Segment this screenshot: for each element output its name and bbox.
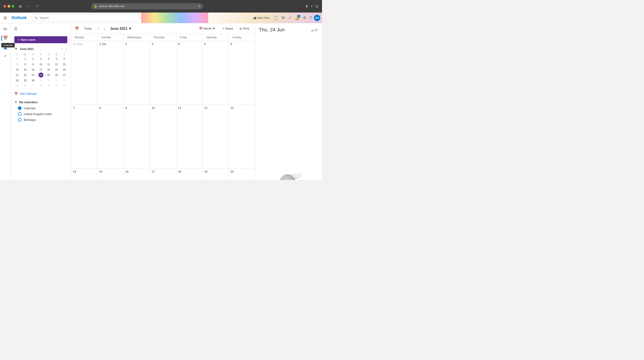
cal-cell-jun5[interactable]: 5: [202, 41, 228, 105]
calendar-checkbox-birthdays[interactable]: [18, 118, 22, 122]
maximize-dot[interactable]: [12, 5, 14, 8]
cal-cell-jun13[interactable]: 13: [229, 105, 255, 168]
settings-icon[interactable]: ⚙: [302, 14, 308, 21]
mini-cal-day[interactable]: 10: [38, 62, 44, 67]
browser-extensions-icon[interactable]: ⊡: [316, 4, 318, 9]
mini-cal-day[interactable]: 27: [62, 73, 67, 77]
mini-cal-day[interactable]: 3: [38, 56, 44, 61]
share-button[interactable]: ↗ Share: [220, 26, 236, 32]
mini-cal-day[interactable]: 7: [31, 83, 36, 88]
cal-cell-jun2[interactable]: 2: [124, 41, 150, 105]
mini-cal-next-button[interactable]: ↓: [65, 47, 68, 51]
mini-cal-day[interactable]: 9: [46, 83, 51, 88]
calendar-checkbox-calendar[interactable]: [18, 106, 22, 110]
browser-sidebar-icon[interactable]: ⊞: [19, 4, 22, 9]
cal-cell-jun15[interactable]: 15: [97, 168, 124, 180]
mini-cal-day[interactable]: 21: [15, 73, 20, 77]
mini-cal-day[interactable]: 22: [23, 73, 28, 77]
app-grid-icon[interactable]: ⊞: [2, 14, 9, 22]
mini-cal-day[interactable]: 8: [23, 62, 28, 67]
mini-cal-day[interactable]: 6: [23, 83, 28, 88]
cal-cell-jun19[interactable]: 19: [202, 168, 228, 180]
browser-back-icon[interactable]: ‹: [26, 4, 27, 8]
calendar-month-year[interactable]: June 2021 ▼: [108, 26, 134, 32]
mini-cal-day[interactable]: 1: [23, 56, 28, 61]
sidebar-item-tasks[interactable]: ✓: [1, 52, 10, 60]
my-calendars-header[interactable]: ▼ My calendars: [11, 99, 71, 105]
mini-cal-day[interactable]: 20: [62, 67, 67, 72]
close-dot[interactable]: [4, 5, 6, 8]
calendar-checkbox-uk[interactable]: [18, 112, 22, 116]
cal-cell-jun10[interactable]: 10: [150, 105, 176, 168]
calendar-item-birthdays[interactable]: Birthdays: [11, 117, 71, 123]
mini-cal-day[interactable]: 11: [46, 62, 51, 67]
cal-cell-jun3[interactable]: 3: [150, 41, 176, 105]
mini-cal-day[interactable]: 28: [15, 78, 20, 83]
calendar-item-calendar[interactable]: Calendar: [11, 105, 71, 111]
mini-cal-day[interactable]: 14: [15, 67, 20, 72]
mini-cal-day[interactable]: 4: [62, 78, 67, 83]
add-calendar-button[interactable]: 📅 Add calendar: [11, 90, 71, 97]
cal-cell-jun1[interactable]: 1 Jun: [97, 41, 124, 105]
mini-cal-day[interactable]: 18: [46, 67, 51, 72]
cal-cell-jun14[interactable]: 14: [71, 168, 97, 180]
mini-cal-day[interactable]: 13: [62, 62, 67, 67]
mini-cal-day-today[interactable]: 24: [38, 73, 44, 77]
cal-cell-jun16[interactable]: 16: [124, 168, 150, 180]
cal-cell-jun4[interactable]: 4: [176, 41, 202, 105]
cal-cell-may31[interactable]: 31 May: [71, 41, 97, 105]
sidebar-item-mail[interactable]: ✉: [1, 25, 10, 33]
mini-cal-prev-button[interactable]: ↑: [60, 47, 64, 51]
mini-cal-day[interactable]: 8: [38, 83, 44, 88]
mini-cal-day[interactable]: 7: [15, 62, 20, 67]
mini-cal-day[interactable]: 5: [15, 83, 20, 88]
cal-cell-jun6[interactable]: 6: [229, 41, 255, 105]
browser-share-icon[interactable]: ⬆: [305, 4, 308, 9]
mini-cal-day[interactable]: 2: [46, 78, 51, 83]
mini-cal-day[interactable]: 11: [62, 83, 67, 88]
mini-cal-day[interactable]: 6: [62, 56, 67, 61]
mini-cal-day[interactable]: 25: [46, 73, 51, 77]
mini-cal-day[interactable]: 26: [54, 73, 59, 77]
cal-cell-jun7[interactable]: 7: [71, 105, 97, 168]
sidebar-item-calendar[interactable]: 📅 Calendar: [1, 34, 10, 42]
search-box[interactable]: 🔍: [32, 14, 139, 22]
cal-cell-jun8[interactable]: 8: [97, 105, 124, 168]
cal-cell-jun17[interactable]: 17: [150, 168, 176, 180]
word-online-icon[interactable]: W: [280, 15, 286, 21]
mini-cal-day[interactable]: 29: [23, 78, 28, 83]
notifications-icon[interactable]: 🔔 8: [294, 14, 301, 21]
mini-cal-day[interactable]: 4: [46, 56, 51, 61]
mini-cal-day[interactable]: 16: [31, 67, 36, 72]
mini-cal-day[interactable]: 3: [54, 78, 59, 83]
cal-cell-jun12[interactable]: 12: [202, 105, 228, 168]
browser-new-tab-icon[interactable]: +: [311, 4, 313, 9]
mini-cal-day[interactable]: 5: [54, 56, 59, 61]
calendar-item-uk-holidays[interactable]: United Kingdom holid...: [11, 111, 71, 117]
mini-cal-day[interactable]: 23: [31, 73, 36, 77]
mini-cal-day[interactable]: 12: [54, 62, 59, 67]
browser-refresh-icon[interactable]: ↻: [198, 5, 200, 8]
today-button[interactable]: Today: [82, 26, 94, 32]
cal-cell-jun20[interactable]: 20: [229, 168, 255, 180]
mini-cal-day[interactable]: 9: [31, 62, 36, 67]
new-event-button[interactable]: + New event: [14, 36, 67, 43]
search-input[interactable]: [40, 16, 137, 20]
mini-cal-day[interactable]: 10: [54, 83, 59, 88]
mini-cal-day[interactable]: 2: [31, 56, 36, 61]
next-month-button[interactable]: ↓: [102, 26, 107, 32]
mini-cal-day[interactable]: 19: [54, 67, 59, 72]
mini-cal-day[interactable]: 31: [15, 56, 20, 61]
sticky-notes-icon[interactable]: 📋: [272, 14, 279, 21]
cal-cell-jun11[interactable]: 11: [176, 105, 202, 168]
prev-month-button[interactable]: ↑: [96, 26, 100, 32]
browser-url-bar[interactable]: 🔒 outlook.office365.com ↻: [91, 3, 203, 10]
browser-forward-icon[interactable]: ›: [29, 4, 30, 8]
view-month-button[interactable]: 📅 Month ▼: [196, 26, 218, 32]
mini-cal-day[interactable]: 1: [38, 78, 44, 83]
cal-cell-jun18[interactable]: 18: [176, 168, 202, 180]
mini-cal-day[interactable]: 17: [38, 67, 44, 72]
avatar[interactable]: DN: [314, 15, 320, 21]
cal-cell-jun9[interactable]: 9: [124, 105, 150, 168]
meet-now-button[interactable]: 📹 Meet Now: [251, 16, 271, 20]
